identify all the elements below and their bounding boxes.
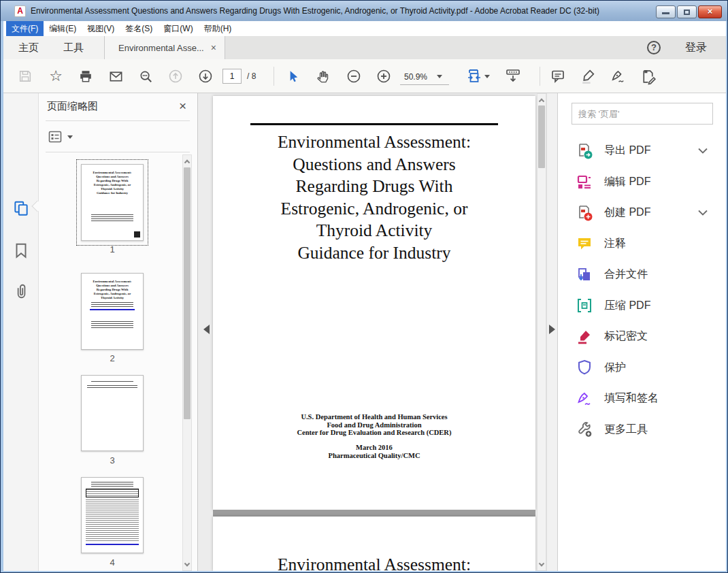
- tool-fill-sign[interactable]: 填写和签名: [558, 383, 727, 414]
- scrollbar-thumb[interactable]: [538, 105, 545, 168]
- page-thumbnails-rail-button[interactable]: [12, 199, 30, 217]
- next-page-button[interactable]: [197, 67, 214, 85]
- tool-label: 注释: [604, 237, 626, 251]
- arrow-up-circle-icon: [167, 68, 184, 84]
- title-line: Environmental Assessment:: [213, 131, 535, 154]
- fill-sign-tool-button[interactable]: [609, 67, 627, 85]
- comment-tool-button[interactable]: [549, 67, 567, 85]
- chevron-down-icon: [184, 560, 190, 566]
- thumbnail-page-4[interactable]: [81, 477, 144, 553]
- menu-help[interactable]: 帮助(H): [199, 21, 237, 37]
- tab-document-label: Environmental Asse...: [118, 43, 204, 53]
- thumbnail-page-1[interactable]: Environmental Assessment: Questions and …: [81, 164, 144, 241]
- attachments-rail-button[interactable]: [12, 282, 30, 300]
- thumbnail-options-button[interactable]: [47, 127, 77, 146]
- org-line: U.S. Department of Health and Human Serv…: [213, 413, 535, 421]
- thumbnail-text: Guidance for Industry: [82, 191, 143, 195]
- login-button[interactable]: 登录: [685, 41, 707, 55]
- thumbnail-text-lines: [91, 321, 133, 328]
- collapse-left-panel-arrow[interactable]: [203, 325, 210, 334]
- document-view[interactable]: Environmental Assessment: Questions and …: [198, 93, 557, 571]
- fill-sign-icon: [576, 390, 593, 408]
- tab-document[interactable]: Environmental Asse... ×: [104, 36, 225, 59]
- fit-width-button[interactable]: [465, 67, 491, 85]
- scroll-down-arrow[interactable]: [183, 560, 191, 570]
- zoom-out-icon: [346, 68, 362, 84]
- bookmarks-rail-button[interactable]: [12, 242, 30, 259]
- page-number-input[interactable]: [222, 69, 242, 84]
- favorites-button[interactable]: ☆: [47, 67, 65, 85]
- menu-bar: 文件(F) 编辑(E) 视图(V) 签名(S) 窗口(W) 帮助(H): [3, 21, 726, 36]
- print-icon: [78, 69, 93, 84]
- document-scrollbar[interactable]: [537, 93, 546, 571]
- tab-home[interactable]: 主页: [10, 36, 47, 59]
- thumbnail-page-2[interactable]: Environmental Assessment: Questions and …: [81, 273, 144, 350]
- protect-shield-icon: [576, 359, 593, 376]
- thumbnail-text-lines: [86, 500, 139, 542]
- pdf-page-2[interactable]: Environmental Assessment:: [213, 517, 535, 571]
- expand-right-panel-arrow[interactable]: [549, 325, 555, 334]
- tool-label: 创建 PDF: [604, 206, 650, 220]
- tool-create-pdf[interactable]: 创建 PDF: [558, 197, 727, 229]
- tool-edit-pdf[interactable]: 编辑 PDF: [558, 167, 727, 198]
- thumbnail-text-lines: [91, 214, 133, 221]
- menu-file[interactable]: 文件(F): [6, 21, 44, 37]
- tool-combine-files[interactable]: 合并文件: [558, 259, 727, 291]
- tool-compress-pdf[interactable]: 压缩 PDF: [558, 291, 727, 322]
- select-tool-button[interactable]: [284, 67, 301, 85]
- toolbar-divider: [274, 67, 274, 86]
- save-icon: [18, 69, 33, 84]
- title-line: Questions and Answers: [213, 154, 535, 176]
- right-panel-gutter: [546, 93, 557, 571]
- thumbnails-scrollbar[interactable]: [182, 154, 192, 571]
- tool-label: 压缩 PDF: [604, 299, 650, 313]
- menu-view[interactable]: 视图(V): [82, 21, 120, 37]
- title-line: Regarding Drugs With: [213, 176, 535, 198]
- tab-close-icon[interactable]: ×: [211, 42, 216, 53]
- thumbnail-corner-mark: [134, 231, 140, 238]
- zoom-out-button[interactable]: [345, 67, 363, 85]
- hand-icon: [316, 69, 331, 84]
- chevron-down-icon: [698, 210, 708, 216]
- menu-window[interactable]: 窗口(W): [158, 21, 198, 37]
- previous-page-button[interactable]: [167, 67, 184, 85]
- title-line: Thyroid Activity: [213, 220, 535, 242]
- minimize-button[interactable]: [656, 5, 676, 18]
- scroll-down-arrow[interactable]: [537, 560, 546, 570]
- date-line: Pharmaceutical Quality/CMC: [213, 452, 535, 460]
- zoom-level-control[interactable]: 50.9%: [400, 69, 449, 85]
- more-tools-toolbar-button[interactable]: [639, 67, 657, 85]
- search-button[interactable]: [137, 67, 154, 85]
- help-icon[interactable]: ?: [647, 41, 661, 54]
- zoom-in-button[interactable]: [375, 67, 393, 85]
- menu-sign[interactable]: 签名(S): [120, 21, 158, 37]
- hand-tool-button[interactable]: [314, 67, 332, 85]
- arrow-down-circle-icon: [197, 68, 214, 84]
- print-button[interactable]: [77, 67, 95, 85]
- tool-redact[interactable]: 标记密文: [558, 321, 727, 353]
- pdf-page-1[interactable]: Environmental Assessment: Questions and …: [213, 96, 535, 510]
- tool-protect[interactable]: 保护: [558, 353, 727, 384]
- panel-close-icon[interactable]: ×: [179, 99, 186, 114]
- compress-pdf-icon: [576, 297, 593, 314]
- scroll-up-arrow[interactable]: [537, 94, 546, 104]
- tool-more-tools[interactable]: 更多工具: [558, 414, 727, 446]
- email-button[interactable]: [107, 67, 125, 85]
- tab-tools[interactable]: 工具: [55, 36, 92, 59]
- org-line: Food and Drug Administration: [213, 421, 535, 429]
- thumbnail-page-number: 3: [81, 455, 144, 465]
- highlight-tool-button[interactable]: [579, 67, 597, 85]
- scroll-up-arrow[interactable]: [183, 155, 191, 165]
- tools-search-input[interactable]: [572, 103, 713, 125]
- tools-list: 导出 PDF 编辑 PDF 创建 PDF 注释 合并文件: [558, 135, 727, 445]
- tool-comment[interactable]: 注释: [558, 229, 727, 260]
- scrollbar-thumb[interactable]: [184, 167, 191, 419]
- save-button[interactable]: [16, 67, 34, 85]
- maximize-button[interactable]: [677, 5, 697, 18]
- thumbnail-text-lines: [87, 385, 137, 389]
- menu-edit[interactable]: 编辑(E): [44, 21, 82, 37]
- close-button[interactable]: ×: [698, 5, 722, 18]
- tool-export-pdf[interactable]: 导出 PDF: [558, 135, 727, 167]
- page-display-button[interactable]: [504, 67, 522, 85]
- thumbnail-page-3[interactable]: [81, 375, 144, 451]
